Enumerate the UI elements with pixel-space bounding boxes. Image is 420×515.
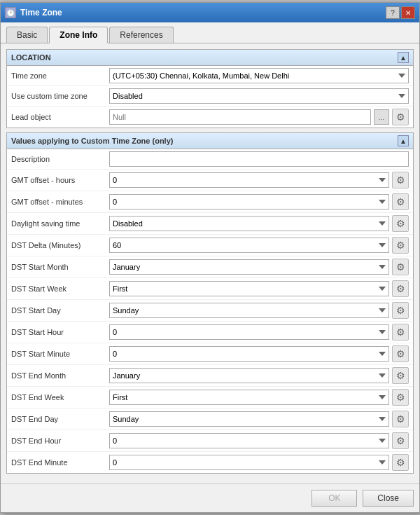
- dst-delta-gear-btn[interactable]: ⚙: [392, 237, 409, 254]
- dst-end-hour-row: DST End Hour 012 ⚙: [7, 430, 413, 452]
- tab-bar: Basic Zone Info References: [1, 22, 419, 43]
- lead-object-input[interactable]: [109, 109, 371, 125]
- description-row: Description: [7, 149, 413, 170]
- dst-start-minute-select[interactable]: 0153045: [109, 346, 389, 362]
- dst-end-day-select[interactable]: SundayMondayTuesday: [109, 411, 389, 427]
- dst-start-hour-row: DST Start Hour 012 ⚙: [7, 322, 413, 343]
- dst-end-week-select[interactable]: FirstSecondLast: [109, 390, 389, 405]
- gmt-minutes-gear-btn[interactable]: ⚙: [392, 193, 409, 210]
- lead-object-row: Lead object ... ⚙: [7, 107, 413, 128]
- window-icon: 🕐: [5, 7, 16, 18]
- lead-object-gear-btn[interactable]: ⚙: [392, 109, 409, 125]
- location-section-title: LOCATION: [11, 53, 51, 62]
- title-bar: 🕐 Time Zone ? ✕: [1, 3, 419, 22]
- dst-end-month-gear-btn[interactable]: ⚙: [392, 367, 409, 384]
- custom-zone-section-header: Values applying to Custom Time Zone (onl…: [7, 133, 413, 149]
- help-button[interactable]: ?: [386, 6, 400, 19]
- dst-end-minute-select[interactable]: 0153045: [109, 455, 389, 470]
- window-close-button[interactable]: ✕: [401, 6, 415, 19]
- custom-zone-collapse-btn[interactable]: ▲: [398, 135, 409, 146]
- dst-start-month-row: DST Start Month JanuaryFebruaryMarch ⚙: [7, 256, 413, 278]
- daylight-saving-label: Daylight saving time: [11, 219, 109, 228]
- dst-start-hour-label: DST Start Hour: [11, 328, 109, 336]
- daylight-saving-gear-btn[interactable]: ⚙: [392, 215, 409, 232]
- timezone-row: Time zone (UTC+05:30) Chennai, Kolkata, …: [7, 66, 413, 86]
- custom-zone-section-title: Values applying to Custom Time Zone (onl…: [11, 137, 173, 145]
- dst-end-month-label: DST End Month: [11, 371, 109, 380]
- dst-delta-label: DST Delta (Minutes): [11, 241, 109, 249]
- custom-timezone-select[interactable]: Disabled Enabled: [109, 88, 409, 104]
- custom-timezone-row: Use custom time zone Disabled Enabled: [7, 86, 413, 107]
- dst-start-day-label: DST Start Day: [11, 306, 109, 315]
- dst-start-day-row: DST Start Day SundayMondayTuesday ⚙: [7, 300, 413, 322]
- dst-end-minute-gear-btn[interactable]: ⚙: [392, 454, 409, 471]
- dst-end-day-label: DST End Day: [11, 415, 109, 423]
- dst-start-minute-row: DST Start Minute 0153045 ⚙: [7, 343, 413, 365]
- dst-start-week-label: DST Start Week: [11, 284, 109, 293]
- dst-end-hour-gear-btn[interactable]: ⚙: [392, 432, 409, 449]
- dst-start-month-gear-btn[interactable]: ⚙: [392, 259, 409, 275]
- dst-start-week-row: DST Start Week FirstSecondThirdLast ⚙: [7, 278, 413, 300]
- dst-delta-row: DST Delta (Minutes) 306090 ⚙: [7, 235, 413, 256]
- dst-start-month-select[interactable]: JanuaryFebruaryMarch: [109, 259, 389, 275]
- dst-end-hour-select[interactable]: 012: [109, 433, 389, 448]
- timezone-label: Time zone: [11, 71, 109, 80]
- dst-start-month-label: DST Start Month: [11, 263, 109, 271]
- description-label: Description: [11, 155, 109, 163]
- dst-end-week-row: DST End Week FirstSecondLast ⚙: [7, 387, 413, 408]
- dst-start-hour-select[interactable]: 012: [109, 324, 389, 340]
- tab-basic[interactable]: Basic: [6, 27, 48, 43]
- window-title: Time Zone: [20, 8, 62, 18]
- dst-start-minute-label: DST Start Minute: [11, 350, 109, 358]
- dst-end-week-gear-btn[interactable]: ⚙: [392, 389, 409, 406]
- lead-object-label: Lead object: [11, 113, 109, 121]
- gmt-minutes-label: GMT offset - minutes: [11, 198, 109, 206]
- dst-end-week-label: DST End Week: [11, 393, 109, 401]
- dst-end-day-row: DST End Day SundayMondayTuesday ⚙: [7, 408, 413, 430]
- dst-start-week-gear-btn[interactable]: ⚙: [392, 280, 409, 297]
- dst-end-minute-label: DST End Minute: [11, 458, 109, 467]
- description-input[interactable]: [109, 151, 409, 167]
- dst-start-day-gear-btn[interactable]: ⚙: [392, 302, 409, 319]
- gmt-hours-gear-btn[interactable]: ⚙: [392, 172, 409, 188]
- location-section: LOCATION ▲ Time zone (UTC+05:30) Chennai…: [6, 49, 414, 128]
- location-section-header: LOCATION ▲: [7, 50, 413, 66]
- dst-start-hour-gear-btn[interactable]: ⚙: [392, 324, 409, 341]
- main-window: 🕐 Time Zone ? ✕ Basic Zone Info Referenc…: [0, 2, 420, 513]
- dst-delta-select[interactable]: 306090: [109, 238, 389, 253]
- dst-end-month-select[interactable]: JanuaryFebruaryMarch: [109, 368, 389, 383]
- custom-timezone-label: Use custom time zone: [11, 92, 109, 100]
- dst-end-day-gear-btn[interactable]: ⚙: [392, 411, 409, 427]
- footer: OK Close: [1, 483, 419, 512]
- gmt-minutes-row: GMT offset - minutes 0153045 ⚙: [7, 191, 413, 213]
- custom-zone-section: Values applying to Custom Time Zone (onl…: [6, 132, 414, 474]
- gmt-hours-label: GMT offset - hours: [11, 176, 109, 184]
- dst-start-week-select[interactable]: FirstSecondThirdLast: [109, 281, 389, 296]
- gmt-minutes-select[interactable]: 0153045: [109, 194, 389, 210]
- tab-zone-info[interactable]: Zone Info: [49, 27, 108, 43]
- dst-start-day-select[interactable]: SundayMondayTuesday: [109, 303, 389, 318]
- tab-content: LOCATION ▲ Time zone (UTC+05:30) Chennai…: [1, 43, 419, 483]
- daylight-saving-select[interactable]: DisabledEnabled: [109, 216, 389, 231]
- location-collapse-btn[interactable]: ▲: [398, 52, 409, 63]
- dst-end-month-row: DST End Month JanuaryFebruaryMarch ⚙: [7, 365, 413, 387]
- ok-button[interactable]: OK: [312, 490, 357, 507]
- timezone-select[interactable]: (UTC+05:30) Chennai, Kolkata, Mumbai, Ne…: [109, 68, 409, 83]
- tab-references[interactable]: References: [109, 27, 173, 43]
- gmt-hours-select[interactable]: 012: [109, 172, 389, 188]
- dst-start-minute-gear-btn[interactable]: ⚙: [392, 345, 409, 362]
- close-button[interactable]: Close: [363, 490, 414, 507]
- lead-object-dots-btn[interactable]: ...: [374, 109, 389, 125]
- daylight-saving-row: Daylight saving time DisabledEnabled ⚙: [7, 213, 413, 235]
- gmt-hours-row: GMT offset - hours 012 ⚙: [7, 170, 413, 191]
- dst-end-hour-label: DST End Hour: [11, 437, 109, 445]
- dst-end-minute-row: DST End Minute 0153045 ⚙: [7, 452, 413, 473]
